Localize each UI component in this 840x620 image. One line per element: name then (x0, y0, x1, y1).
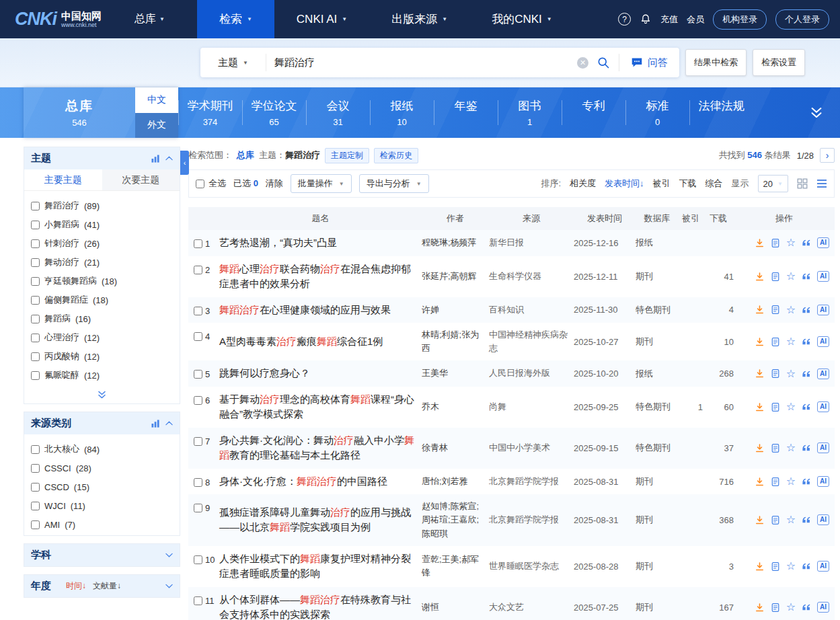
result-authors[interactable]: 林晴;利婧;张为西 (422, 328, 489, 355)
ai-icon[interactable]: AI (817, 369, 829, 379)
facet-checkbox[interactable] (31, 445, 40, 454)
facet-item[interactable]: 舞动治疗 (21) (31, 253, 173, 272)
sort-option[interactable]: 发表时间↓ (605, 178, 644, 190)
row-checkbox[interactable] (194, 266, 202, 274)
result-authors[interactable]: 王美华 (422, 366, 489, 380)
facet-checkbox[interactable] (31, 352, 40, 361)
cite-quote-icon[interactable] (802, 370, 811, 378)
result-title[interactable]: 基于舞动治疗理念的高校体育舞蹈课程“身心融合”教学模式探索 (219, 393, 414, 420)
favorite-icon[interactable]: ☆ (786, 561, 796, 572)
more-databases-icon[interactable] (810, 107, 823, 118)
ai-icon[interactable]: AI (817, 336, 829, 347)
cite-quote-icon[interactable] (802, 516, 811, 524)
db-tab[interactable]: 专利 (562, 87, 625, 138)
nav-tab-publications[interactable]: 出版来源▼ (369, 0, 469, 38)
cite-quote-icon[interactable] (802, 306, 811, 314)
ai-icon[interactable]: AI (817, 401, 829, 412)
download-icon[interactable] (755, 369, 765, 379)
facet-checkbox[interactable] (31, 258, 40, 267)
html-read-icon[interactable] (771, 443, 780, 453)
result-title[interactable]: 孤独症谱系障碍儿童舞动治疗的应用与挑战——以北京舞蹈学院实践项目为例 (219, 506, 411, 533)
result-authors[interactable]: 徐青林 (422, 441, 489, 455)
recharge-link[interactable]: 充值 (660, 13, 678, 26)
ai-icon[interactable]: AI (817, 237, 829, 248)
download-icon[interactable] (755, 603, 765, 613)
ai-icon[interactable]: AI (817, 476, 829, 487)
cite-quote-icon[interactable] (802, 603, 811, 611)
html-read-icon[interactable] (771, 603, 780, 613)
facet-checkbox[interactable] (31, 464, 40, 473)
facet-item[interactable]: 偏侧舞蹈症 (18) (31, 290, 173, 309)
search-field-select[interactable]: 主题 ▼ (200, 54, 266, 71)
download-icon[interactable] (755, 561, 765, 572)
clear-icon[interactable]: ✕ (577, 57, 588, 69)
lang-tab-chinese[interactable]: 中文 (135, 87, 178, 113)
row-checkbox[interactable] (194, 555, 202, 564)
result-authors[interactable]: 乔木 (422, 400, 489, 414)
favorite-icon[interactable]: ☆ (786, 401, 796, 412)
facet-item[interactable]: 舞蹈病 (16) (31, 309, 173, 328)
html-read-icon[interactable] (771, 305, 780, 315)
facet-item[interactable]: 北大核心 (84) (31, 440, 173, 459)
facet-item[interactable]: 亨廷顿舞蹈病 (18) (31, 272, 173, 290)
facet-item[interactable]: 心理治疗 (12) (31, 328, 173, 347)
html-read-icon[interactable] (771, 238, 780, 248)
org-login-button[interactable]: 机构登录 (713, 9, 767, 30)
cnki-logo[interactable]: CNKi 中国知网 www.cnki.net (15, 0, 129, 38)
db-tab[interactable]: 报纸 10 (370, 87, 434, 138)
db-tab[interactable]: 学位论文 65 (242, 87, 306, 138)
export-analyze-dropdown[interactable]: 导出与分析▼ (359, 174, 429, 193)
download-icon[interactable] (755, 515, 765, 525)
search-history-button[interactable]: 检索历史 (374, 148, 418, 163)
row-checkbox[interactable] (194, 239, 202, 248)
expand-more-icon[interactable] (24, 386, 180, 403)
facet-item[interactable]: 小舞蹈病 (41) (31, 215, 173, 234)
row-checkbox[interactable] (194, 596, 202, 605)
facet-item[interactable]: 舞蹈治疗 (89) (31, 196, 173, 215)
facet-item[interactable]: AMI (7) (31, 515, 173, 534)
topic-custom-button[interactable]: 主题定制 (325, 148, 369, 163)
row-checkbox[interactable] (194, 504, 202, 512)
download-icon[interactable] (755, 337, 765, 347)
db-tab[interactable]: 法律法规 (689, 87, 753, 138)
result-authors[interactable]: 赵知博;陈紫宣;周祐瑄;王嘉欣;陈昭琪 (422, 500, 489, 540)
facet-item[interactable]: CSSCI (28) (31, 459, 173, 477)
ai-icon[interactable]: AI (817, 514, 829, 525)
ai-icon[interactable]: AI (817, 561, 829, 572)
ai-icon[interactable]: AI (817, 305, 829, 315)
db-tab[interactable]: 学术期刊 374 (178, 87, 242, 138)
favorite-icon[interactable]: ☆ (786, 305, 796, 315)
result-title[interactable]: 身体·文化·疗愈：舞蹈治疗的中国路径 (219, 475, 387, 487)
nav-tab-search[interactable]: 检索▼ (197, 0, 274, 38)
favorite-icon[interactable]: ☆ (786, 271, 796, 282)
breadcrumb-scope[interactable]: 总库 (237, 149, 254, 161)
page-size-select[interactable]: 20▼ (758, 175, 788, 192)
result-authors[interactable]: 萱乾;王美;郝军锋 (422, 553, 489, 580)
result-authors[interactable]: 张延芹;高朝辉 (422, 270, 489, 283)
download-icon[interactable] (755, 477, 765, 487)
facet-checkbox[interactable] (31, 371, 40, 380)
favorite-icon[interactable]: ☆ (786, 602, 796, 613)
html-read-icon[interactable] (771, 515, 780, 525)
result-source[interactable]: 中国中小学美术 (489, 441, 574, 455)
cite-quote-icon[interactable] (802, 272, 811, 280)
result-source[interactable]: 大众文艺 (489, 600, 574, 614)
result-source[interactable]: 百科知识 (489, 303, 574, 317)
facet-checkbox[interactable] (31, 315, 40, 323)
facet-checkbox[interactable] (31, 221, 40, 229)
ai-icon[interactable]: AI (817, 602, 829, 613)
bell-icon[interactable] (640, 13, 652, 26)
result-title[interactable]: A型肉毒毒素治疗瘢痕舞蹈综合征1例 (219, 336, 383, 347)
result-source[interactable]: 中国神经精神疾病杂志 (489, 328, 574, 355)
sidebar-collapse-handle[interactable]: ‹ (180, 151, 189, 175)
nav-tab-my-cnki[interactable]: 我的CNKI▼ (469, 0, 574, 38)
bar-chart-icon[interactable] (151, 420, 160, 428)
cite-quote-icon[interactable] (802, 338, 811, 346)
row-checkbox[interactable] (194, 478, 202, 487)
cite-quote-icon[interactable] (802, 477, 811, 486)
result-authors[interactable]: 唐怡;刘若雅 (422, 475, 489, 488)
html-read-icon[interactable] (771, 337, 780, 347)
cite-quote-icon[interactable] (802, 562, 811, 570)
db-tab[interactable]: 年鉴 (434, 87, 498, 138)
facet-checkbox[interactable] (31, 296, 40, 305)
